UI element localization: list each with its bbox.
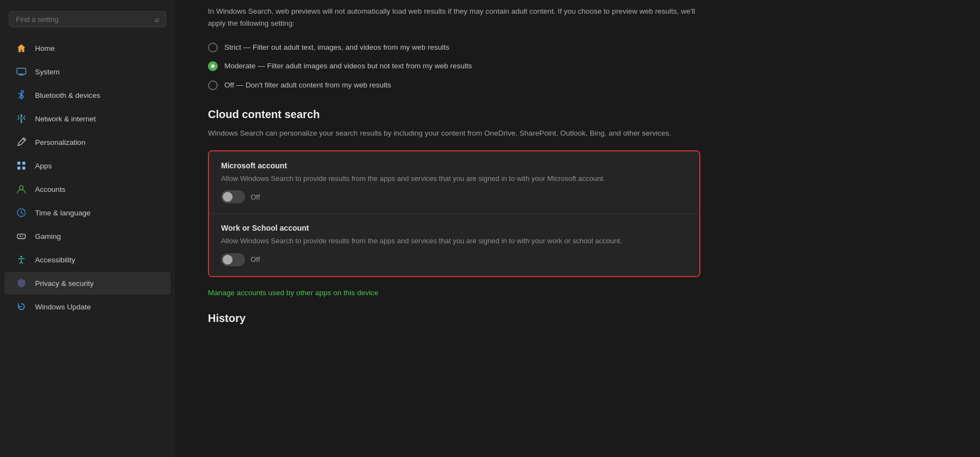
gaming-icon [15, 230, 27, 242]
radio-circle-moderate[interactable] [208, 61, 218, 71]
bluetooth-icon [15, 89, 27, 101]
manage-accounts-link[interactable]: Manage accounts used by other apps on th… [208, 289, 378, 297]
sidebar-label-privacy: Privacy & security [35, 279, 94, 288]
search-icon: ⌕ [155, 15, 159, 24]
intro-text: In Windows Search, web previews will not… [208, 5, 700, 29]
cloud-section-heading: Cloud content search [208, 108, 700, 121]
radio-label-off: Off — Don't filter adult content from my… [224, 80, 391, 91]
sidebar-item-home[interactable]: Home [4, 37, 171, 60]
sidebar: ⌕ Home System Bluetooth & devices Networ… [0, 0, 175, 457]
apps-icon [15, 160, 27, 172]
toggle-work_school[interactable] [221, 253, 245, 266]
search-box[interactable]: ⌕ [9, 11, 166, 27]
toggle-row-microsoft_account: Off [221, 190, 687, 203]
nav-list: Home System Bluetooth & devices Network … [0, 36, 175, 319]
history-heading: History [208, 312, 700, 325]
radio-circle-strict[interactable] [208, 43, 218, 52]
cloud-section-desc: Windows Search can personalize your sear… [208, 127, 700, 139]
filter-radio-group: Strict — Filter out adult text, images, … [208, 42, 700, 91]
search-input[interactable] [16, 15, 150, 24]
sidebar-label-personalization: Personalization [35, 138, 85, 147]
svg-rect-3 [22, 162, 25, 165]
cloud-item-title-microsoft_account: Microsoft account [221, 161, 687, 170]
sidebar-item-accounts[interactable]: Accounts [4, 178, 171, 201]
cloud-item-work_school: Work or School account Allow Windows Sea… [209, 213, 699, 276]
radio-off[interactable]: Off — Don't filter adult content from my… [208, 80, 700, 91]
system-icon [15, 66, 27, 78]
sidebar-item-bluetooth[interactable]: Bluetooth & devices [4, 84, 171, 107]
home-icon [15, 42, 27, 54]
cloud-item-desc-microsoft_account: Allow Windows Search to provide results … [221, 173, 687, 184]
svg-rect-4 [18, 167, 20, 169]
toggle-knob-work_school [223, 255, 233, 265]
svg-rect-0 [17, 68, 26, 74]
sidebar-item-system[interactable]: System [4, 60, 171, 83]
svg-rect-1 [19, 74, 23, 75]
sidebar-item-apps[interactable]: Apps [4, 154, 171, 177]
sidebar-item-privacy[interactable]: Privacy & security [4, 272, 171, 295]
sidebar-label-accessibility: Accessibility [35, 256, 76, 264]
sidebar-label-time: Time & language [35, 209, 91, 217]
toggle-label-work_school: Off [251, 255, 260, 263]
svg-point-6 [19, 186, 23, 190]
toggle-row-work_school: Off [221, 253, 687, 266]
cloud-item-title-work_school: Work or School account [221, 224, 687, 232]
sidebar-label-network: Network & internet [35, 115, 96, 123]
sidebar-item-time[interactable]: Time & language [4, 201, 171, 224]
sidebar-label-update: Windows Update [35, 303, 91, 311]
sidebar-label-gaming: Gaming [35, 232, 61, 241]
svg-rect-5 [22, 167, 25, 169]
radio-moderate[interactable]: Moderate — Filter adult images and video… [208, 61, 700, 72]
update-icon [15, 301, 27, 313]
sidebar-item-update[interactable]: Windows Update [4, 295, 171, 318]
network-icon [15, 113, 27, 125]
radio-circle-off[interactable] [208, 80, 218, 90]
sidebar-item-network[interactable]: Network & internet [4, 107, 171, 130]
sidebar-label-bluetooth: Bluetooth & devices [35, 91, 100, 99]
sidebar-label-system: System [35, 68, 60, 76]
main-content: In Windows Search, web previews will not… [175, 0, 980, 457]
time-icon [15, 207, 27, 219]
cloud-item-desc-work_school: Allow Windows Search to provide results … [221, 236, 687, 247]
sidebar-label-accounts: Accounts [35, 185, 66, 194]
personalization-icon [15, 136, 27, 148]
sidebar-item-accessibility[interactable]: Accessibility [4, 248, 171, 271]
svg-rect-2 [18, 162, 20, 165]
toggle-microsoft_account[interactable] [221, 190, 245, 203]
radio-label-moderate: Moderate — Filter adult images and video… [224, 61, 472, 72]
sidebar-label-apps: Apps [35, 162, 52, 170]
sidebar-item-personalization[interactable]: Personalization [4, 131, 171, 154]
accessibility-icon [15, 254, 27, 266]
toggle-label-microsoft_account: Off [251, 193, 260, 201]
privacy-icon [15, 277, 27, 289]
accounts-icon [15, 183, 27, 195]
svg-point-10 [20, 256, 22, 258]
radio-label-strict: Strict — Filter out adult text, images, … [224, 42, 449, 53]
svg-rect-8 [18, 234, 25, 238]
cloud-content-box: Microsoft account Allow Windows Search t… [208, 150, 700, 277]
toggle-knob-microsoft_account [223, 192, 233, 202]
sidebar-item-gaming[interactable]: Gaming [4, 225, 171, 248]
cloud-item-microsoft_account: Microsoft account Allow Windows Search t… [209, 151, 699, 214]
svg-point-9 [22, 236, 24, 237]
radio-strict[interactable]: Strict — Filter out adult text, images, … [208, 42, 700, 53]
sidebar-label-home: Home [35, 44, 55, 52]
